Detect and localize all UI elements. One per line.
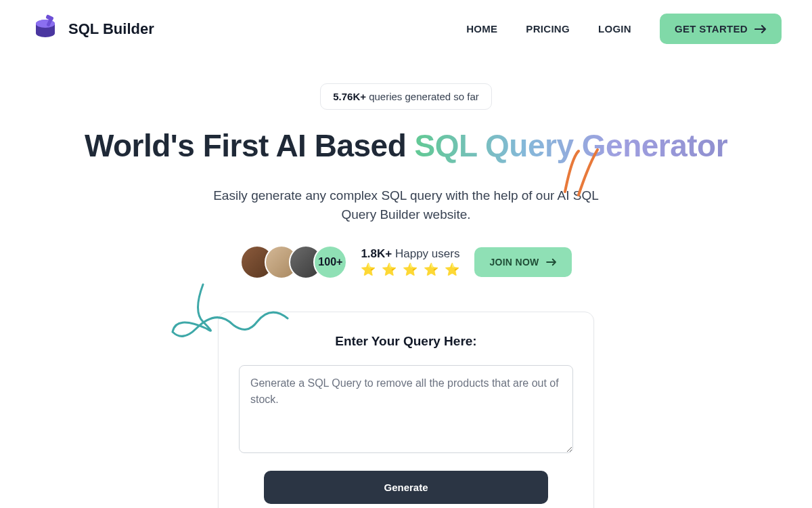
nav-login[interactable]: LOGIN: [598, 23, 631, 35]
get-started-label: GET STARTED: [675, 23, 748, 35]
brand-name: SQL Builder: [68, 20, 154, 38]
happy-users: 1.8K+ Happy users ⭐ ⭐ ⭐ ⭐ ⭐: [361, 247, 461, 277]
arrow-right-icon: [754, 24, 767, 34]
nav-home[interactable]: HOME: [466, 23, 497, 35]
generate-button[interactable]: Generate: [264, 471, 548, 504]
logo[interactable]: SQL Builder: [30, 14, 154, 44]
avatar-more-label: 100+: [318, 256, 342, 268]
headline-gradient: SQL Query Generator: [415, 128, 728, 163]
arrow-right-icon: [546, 258, 557, 266]
avatar-more: 100+: [313, 245, 347, 279]
stats-badge: 5.76K+ queries generated so far: [320, 83, 492, 110]
query-card-title: Enter Your Query Here:: [239, 334, 573, 349]
social-proof: 100+ 1.8K+ Happy users ⭐ ⭐ ⭐ ⭐ ⭐ JOIN NO…: [0, 245, 812, 279]
query-card: Enter Your Query Here: Generate: [218, 312, 594, 508]
join-now-label: JOIN NOW: [489, 257, 539, 268]
nav-pricing[interactable]: PRICING: [526, 23, 570, 35]
get-started-button[interactable]: GET STARTED: [660, 14, 782, 44]
stats-count: 5.76K+: [333, 91, 366, 102]
happy-users-line: 1.8K+ Happy users: [361, 247, 461, 261]
logo-icon: [30, 14, 60, 44]
headline-plain: World's First AI Based: [85, 128, 415, 163]
query-input[interactable]: [239, 365, 573, 453]
join-now-button[interactable]: JOIN NOW: [474, 247, 571, 277]
headline: World's First AI Based SQL Query Generat…: [0, 129, 812, 163]
subtitle: Easily generate any complex SQL query wi…: [196, 186, 616, 225]
star-rating: ⭐ ⭐ ⭐ ⭐ ⭐: [361, 262, 461, 277]
avatar-stack: 100+: [240, 245, 347, 279]
happy-count: 1.8K+: [361, 247, 392, 260]
main-nav: HOME PRICING LOGIN GET STARTED: [466, 14, 782, 44]
stats-suffix: queries generated so far: [366, 91, 479, 102]
header: SQL Builder HOME PRICING LOGIN GET START…: [0, 0, 812, 58]
happy-suffix: Happy users: [392, 247, 459, 260]
hero: 5.76K+ queries generated so far World's …: [0, 58, 812, 508]
